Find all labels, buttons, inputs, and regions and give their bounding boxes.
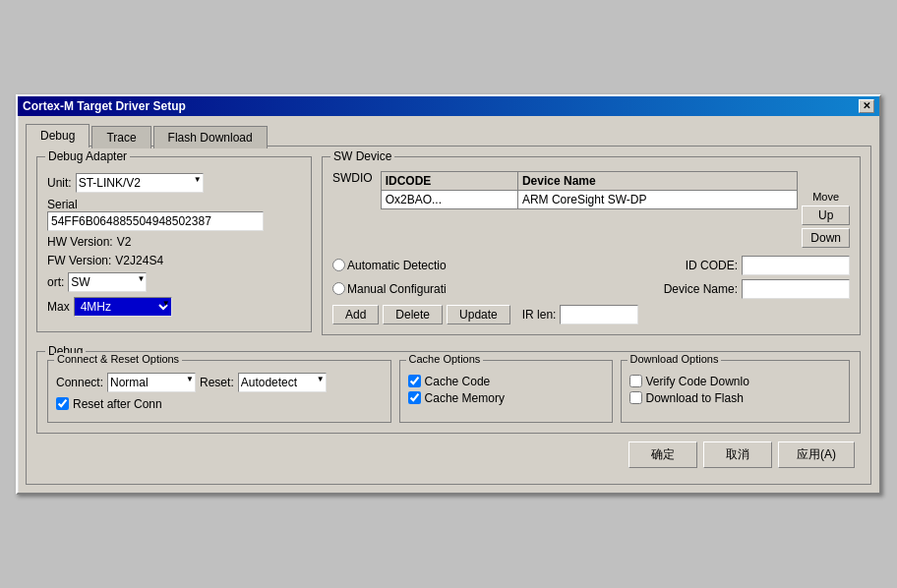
cache-code-checkbox[interactable] <box>408 375 421 387</box>
port-select-wrapper: SW JTAG <box>68 272 147 292</box>
sw-device-group: SW Device SWDIO IDCODE Device Name <box>322 156 861 335</box>
port-row: ort: SW JTAG <box>47 272 301 292</box>
cancel-button[interactable]: 取消 <box>703 441 772 468</box>
connect-select-wrapper: Normal with Pre-reset under Reset <box>107 373 196 392</box>
port-label: ort: <box>47 275 64 289</box>
serial-section: Serial <box>47 198 301 231</box>
update-button[interactable]: Update <box>447 305 510 324</box>
device-name-input[interactable] <box>742 279 850 299</box>
fw-version-value: V2J24S4 <box>115 254 163 267</box>
serial-input[interactable] <box>47 211 264 231</box>
ir-len-input[interactable] <box>560 305 638 324</box>
sw-row-idcode: Ox2BAO... <box>381 190 517 208</box>
download-flash-row: Download to Flash <box>629 391 842 405</box>
debug-adapter-group: Debug Adapter Unit: ST-LINK/V2 <box>36 156 312 332</box>
unit-select[interactable]: ST-LINK/V2 <box>76 173 204 193</box>
connect-select[interactable]: Normal with Pre-reset under Reset <box>107 373 196 392</box>
manual-config-radio[interactable] <box>332 282 345 295</box>
up-button[interactable]: Up <box>802 206 850 225</box>
reset-after-conn-label: Reset after Conn <box>73 397 162 411</box>
main-row: Debug Adapter Unit: ST-LINK/V2 <box>36 156 861 343</box>
sw-device-legend: SW Device <box>330 149 394 163</box>
config-section: Automatic Detectio ID CODE: <box>332 256 850 299</box>
sw-device-area: SWDIO IDCODE Device Name <box>332 171 850 248</box>
fw-version-label: FW Version: <box>47 254 111 267</box>
debug-section: Debug Connect & Reset Options Connect: N… <box>36 351 861 434</box>
connect-label: Connect: <box>56 376 103 389</box>
cache-options-box: Cache Options Cache Code Cache Memory <box>399 360 613 423</box>
unit-row: Unit: ST-LINK/V2 <box>47 173 301 193</box>
verify-label: Verify Code Downlo <box>646 375 749 388</box>
manual-config-label: Manual Configurati <box>347 282 447 296</box>
title-bar-buttons: ✕ <box>859 99 874 113</box>
hw-version-label: HW Version: <box>47 235 113 249</box>
sw-device-row[interactable]: Ox2BAO... ARM CoreSight SW-DP <box>381 190 798 208</box>
delete-button[interactable]: Delete <box>383 305 443 324</box>
id-code-input[interactable] <box>742 256 850 275</box>
max-row: Max 1MHz 2MHz 4MHz 8MHz 10MHz <box>47 297 301 317</box>
tab-flash-download[interactable]: Flash Download <box>153 126 268 148</box>
window-body: Debug Trace Flash Download Debug Adapter… <box>18 116 879 493</box>
auto-detect-radio[interactable] <box>332 259 345 271</box>
reset-after-conn-checkbox[interactable] <box>56 397 69 410</box>
device-name-wrapper: Device Name: <box>664 279 850 299</box>
ir-len-label: IR len: <box>522 308 557 322</box>
tab-trace[interactable]: Trace <box>91 126 150 148</box>
connect-reset-box: Connect & Reset Options Connect: Normal … <box>47 360 391 423</box>
max-select-wrapper: 1MHz 2MHz 4MHz 8MHz 10MHz <box>74 297 172 317</box>
port-select[interactable]: SW JTAG <box>68 272 147 292</box>
title-bar: Cortex-M Target Driver Setup ✕ <box>18 96 879 116</box>
sw-device-panel: SW Device SWDIO IDCODE Device Name <box>322 156 861 343</box>
reset-select-wrapper: Autodetect Software Hardware SYSRESETREQ <box>238 373 327 392</box>
reset-label: Reset: <box>200 376 234 389</box>
verify-row: Verify Code Downlo <box>629 375 842 388</box>
unit-label: Unit: <box>47 176 72 190</box>
add-button[interactable]: Add <box>332 305 379 324</box>
debug-inner: Connect & Reset Options Connect: Normal … <box>47 360 850 423</box>
content-area: Debug Adapter Unit: ST-LINK/V2 <box>26 146 871 485</box>
sw-row-device-name: ARM CoreSight SW-DP <box>517 190 797 208</box>
cache-code-label: Cache Code <box>425 375 491 388</box>
download-flash-checkbox[interactable] <box>629 391 642 404</box>
connect-reset-legend: Connect & Reset Options <box>54 353 182 365</box>
verify-checkbox[interactable] <box>629 375 642 387</box>
ok-button[interactable]: 确定 <box>628 441 697 468</box>
debug-adapter-legend: Debug Adapter <box>45 149 130 163</box>
close-button[interactable]: ✕ <box>859 99 874 113</box>
reset-after-conn-row: Reset after Conn <box>56 397 383 411</box>
cache-options-legend: Cache Options <box>406 353 484 365</box>
cache-memory-row: Cache Memory <box>408 391 604 405</box>
bottom-buttons: 确定 取消 应用(A) <box>36 434 861 474</box>
device-name-label: Device Name: <box>664 282 738 296</box>
move-buttons: Move Up Down <box>802 171 850 248</box>
col-device-name: Device Name <box>517 171 797 190</box>
auto-detect-label: Automatic Detectio <box>347 259 447 272</box>
connect-row: Connect: Normal with Pre-reset under Res… <box>56 373 383 392</box>
download-options-box: Download Options Verify Code Downlo Down… <box>621 360 851 423</box>
main-window: Cortex-M Target Driver Setup ✕ Debug Tra… <box>16 94 881 495</box>
col-idcode: IDCODE <box>381 171 517 190</box>
manual-config-wrapper: Manual Configurati <box>332 279 654 299</box>
auto-detect-row: Automatic Detectio ID CODE: <box>332 256 850 275</box>
sw-device-table: IDCODE Device Name Ox2BAO... ARM CoreSig… <box>381 171 799 209</box>
down-button[interactable]: Down <box>802 228 850 248</box>
download-options-legend: Download Options <box>628 353 722 365</box>
download-flash-label: Download to Flash <box>646 391 744 405</box>
tab-bar: Debug Trace Flash Download <box>26 124 871 147</box>
add-delete-row: Add Delete Update IR len: <box>332 305 850 324</box>
max-label: Max <box>47 300 70 314</box>
max-select[interactable]: 1MHz 2MHz 4MHz 8MHz 10MHz <box>74 297 172 317</box>
window-title: Cortex-M Target Driver Setup <box>23 99 186 113</box>
id-code-label: ID CODE: <box>686 259 738 272</box>
fw-version-row: FW Version: V2J24S4 <box>47 254 301 267</box>
apply-button[interactable]: 应用(A) <box>778 441 855 468</box>
move-label: Move <box>802 191 850 203</box>
cache-memory-checkbox[interactable] <box>408 391 421 404</box>
debug-adapter-panel: Debug Adapter Unit: ST-LINK/V2 <box>36 156 312 343</box>
cache-code-row: Cache Code <box>408 375 604 388</box>
manual-config-row: Manual Configurati Device Name: <box>332 279 850 299</box>
sw-table-container: IDCODE Device Name Ox2BAO... ARM CoreSig… <box>381 171 799 248</box>
tab-debug[interactable]: Debug <box>26 124 90 147</box>
reset-select[interactable]: Autodetect Software Hardware SYSRESETREQ <box>238 373 327 392</box>
swdio-label: SWDIO <box>332 171 377 248</box>
